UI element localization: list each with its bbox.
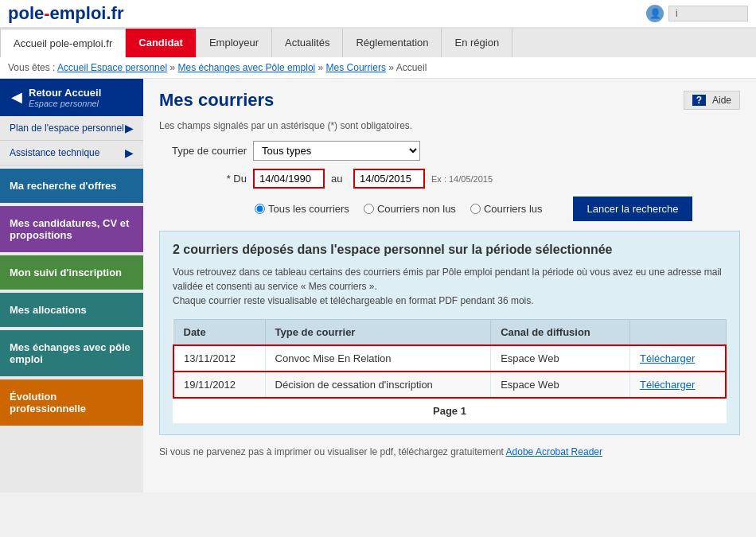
col-type: Type de courrier [265,320,491,346]
nav-en-region[interactable]: En région [442,29,512,57]
breadcrumb-current: Accueil [396,62,427,73]
row2-date: 19/11/2012 [173,372,265,398]
date-row: * Du au Ex : 14/05/2015 [159,169,740,189]
date-to-input[interactable] [353,169,425,189]
user-icon: 👤 [646,5,664,22]
radio-tous-input[interactable] [255,204,265,214]
content: Mes courriers ? Aide Les champs signalés… [143,79,756,492]
page-info: Page 1 [173,399,727,423]
radio-non-lus-input[interactable] [364,204,374,214]
radio-lus-input[interactable] [470,204,481,214]
sidebar-item-candidatures[interactable]: Mes candidatures, CV et propositions [0,206,143,252]
sidebar: ◀ Retour Accueil Espace personnel Plan d… [0,79,143,492]
col-action [629,320,726,346]
nav-reglementation[interactable]: Réglementation [343,29,442,57]
breadcrumb-link-3[interactable]: Mes Courriers [326,62,386,73]
date-to-label: au [331,173,347,185]
sidebar-item-recherche[interactable]: Ma recherche d'offres [0,169,143,203]
row2-type: Décision de cessation d'inscription [265,372,491,398]
radio-tous-label: Tous les courriers [268,203,349,215]
breadcrumb-prefix: Vous êtes : [8,62,55,73]
breadcrumb-link-1[interactable]: Accueil Espace personnel [57,62,167,73]
results-title: 2 courriers déposés dans l'espace person… [173,243,727,257]
date-hint: Ex : 14/05/2015 [431,174,493,184]
results-section: 2 courriers déposés dans l'espace person… [159,231,740,435]
sidebar-assistance-arrow: ▶ [125,146,134,159]
aide-label: Aide [712,95,731,106]
user-name: i [668,6,748,21]
radio-non-lus[interactable]: Courriers non lus [364,203,456,215]
row1-canal: Espace Web [491,345,630,372]
sidebar-assistance[interactable]: Assistance technique ▶ [0,141,143,165]
sidebar-assistance-label: Assistance technique [10,147,99,158]
page-title: Mes courriers [159,90,274,111]
sidebar-plan-arrow: ▶ [125,122,134,134]
sidebar-item-allocations[interactable]: Mes allocations [0,293,143,327]
date-from-label: * Du [159,173,247,185]
user-area: 👤 i [646,5,748,22]
nav-actualites[interactable]: Actualités [272,29,343,57]
logo: pole-emploi.fr [8,3,123,24]
sidebar-plan[interactable]: Plan de l'espace personnel ▶ [0,116,143,141]
col-canal: Canal de diffusion [491,320,630,346]
row2-canal: Espace Web [491,372,630,398]
row1-download: Télécharger [629,345,726,372]
radio-lus[interactable]: Courriers lus [470,203,543,215]
aide-button[interactable]: ? Aide [684,91,740,110]
sidebar-item-echanges[interactable]: Mes échanges avec pôle emploi [0,330,143,376]
results-table-container: Date Type de courrier Canal de diffusion… [173,319,727,423]
sidebar-item-suivi[interactable]: Mon suivi d'inscription [0,255,143,290]
sidebar-back-subtitle: Espace personnel [29,99,101,108]
row2-download-link[interactable]: Télécharger [640,379,695,391]
sidebar-plan-label: Plan de l'espace personnel [10,123,124,134]
results-description: Vous retrouvez dans ce tableau certains … [173,265,727,308]
table-row: 19/11/2012 Décision de cessation d'inscr… [173,372,726,398]
breadcrumb-link-2[interactable]: Mes échanges avec Pôle emploi [177,62,315,73]
row1-download-link[interactable]: Télécharger [640,352,695,364]
results-table: Date Type de courrier Canal de diffusion… [173,319,727,399]
radio-row: Tous les courriers Courriers non lus Cou… [255,197,740,221]
date-from-input[interactable] [253,169,325,189]
back-arrow-icon: ◀ [11,88,22,106]
type-courrier-row: Type de courrier Tous types [159,141,740,161]
form-note: Les champs signalés par un astérisque (*… [159,120,740,131]
aide-icon: ? [692,95,706,106]
radio-tous[interactable]: Tous les courriers [255,203,349,215]
sidebar-back-title: Retour Accueil [29,87,101,99]
main-layout: ◀ Retour Accueil Espace personnel Plan d… [0,79,756,492]
footer-note: Si vous ne parvenez pas à imprimer ou vi… [159,446,740,457]
page-title-row: Mes courriers ? Aide [159,90,740,111]
radio-non-lus-label: Courriers non lus [377,203,456,215]
search-button[interactable]: Lancer la recherche [573,197,693,221]
nav-candidat[interactable]: Candidat [126,29,197,57]
radio-lus-label: Courriers lus [484,203,543,215]
header: pole-emploi.fr 👤 i [0,0,756,29]
row2-download: Télécharger [629,372,726,398]
breadcrumb: Vous êtes : Accueil Espace personnel » M… [0,57,756,79]
row1-type: Convoc Mise En Relation [265,345,491,372]
footer-note-text: Si vous ne parvenez pas à imprimer ou vi… [159,446,504,457]
table-row: 13/11/2012 Convoc Mise En Relation Espac… [173,345,726,372]
nav-accueil[interactable]: Accueil pole-emploi.fr [0,29,126,57]
sidebar-item-evolution[interactable]: Évolution professionnelle [0,379,143,426]
nav-employeur[interactable]: Employeur [197,29,272,57]
type-courrier-select[interactable]: Tous types [253,141,420,161]
col-date: Date [173,320,265,346]
row1-date: 13/11/2012 [173,345,265,372]
type-courrier-label: Type de courrier [159,145,247,157]
logo-text: pole-emploi.fr [8,3,123,24]
footer-adobe-link[interactable]: Adobe Acrobat Reader [506,446,602,457]
nav: Accueil pole-emploi.fr Candidat Employeu… [0,29,756,57]
sidebar-back-button[interactable]: ◀ Retour Accueil Espace personnel [0,79,143,116]
